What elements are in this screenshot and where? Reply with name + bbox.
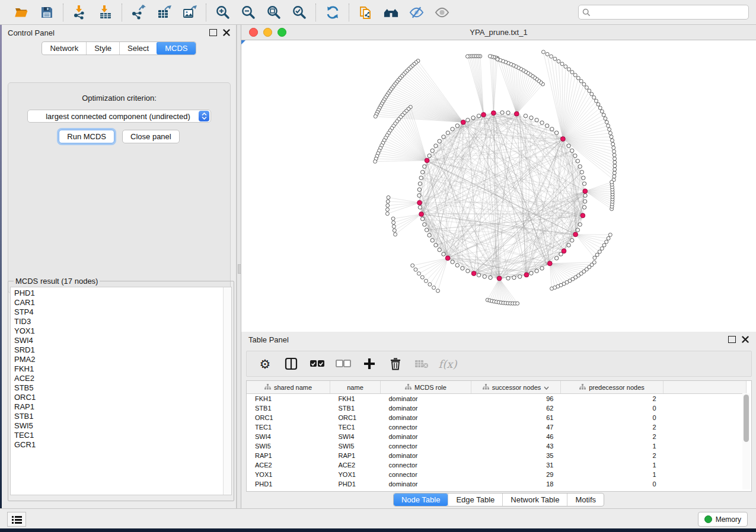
mcds-result-item[interactable]: STB1 — [14, 412, 231, 421]
mcds-result-item[interactable]: STP4 — [14, 307, 231, 317]
network-node[interactable] — [430, 149, 434, 152]
network-node[interactable] — [535, 269, 538, 273]
network-node[interactable] — [428, 154, 431, 158]
network-node[interactable] — [438, 139, 441, 143]
table-row[interactable]: SWI4SWI4dominator462 — [247, 432, 747, 441]
mcds-result-item[interactable]: TID3 — [14, 317, 231, 326]
network-node[interactable] — [579, 79, 583, 83]
export-table-icon[interactable] — [156, 4, 172, 20]
network-node[interactable] — [393, 229, 396, 232]
network-node[interactable] — [466, 118, 470, 121]
table-scrollbar-thumb[interactable] — [744, 395, 749, 442]
network-node[interactable] — [518, 275, 522, 278]
table-row[interactable]: ORC1ORC1dominator610 — [247, 413, 747, 422]
network-node[interactable] — [496, 57, 499, 61]
network-node[interactable] — [451, 260, 454, 264]
network-node[interactable] — [541, 50, 545, 54]
zoom-selected-icon[interactable] — [291, 4, 307, 20]
export-image-icon[interactable] — [181, 4, 197, 20]
table-scrollbar[interactable] — [742, 393, 750, 489]
network-node[interactable] — [611, 139, 614, 142]
network-node[interactable] — [554, 131, 558, 134]
network-node[interactable] — [540, 267, 544, 270]
network-node[interactable] — [428, 233, 431, 237]
mcds-result-item[interactable]: PMA2 — [14, 355, 231, 364]
network-node[interactable] — [529, 116, 533, 120]
network-node[interactable] — [610, 180, 614, 184]
network-node[interactable] — [613, 175, 616, 178]
show-columns-icon[interactable] — [283, 356, 299, 371]
close-panel-button[interactable]: Close panel — [122, 130, 180, 143]
network-node[interactable] — [446, 131, 449, 134]
network-node[interactable] — [385, 212, 389, 216]
network-node[interactable] — [582, 206, 586, 209]
show-hidden-icon[interactable] — [434, 4, 450, 20]
network-node[interactable] — [423, 223, 426, 226]
network-node[interactable] — [417, 272, 420, 275]
export-network-icon[interactable] — [130, 4, 146, 20]
network-node[interactable] — [564, 65, 567, 68]
mcds-result-item[interactable]: YOX1 — [14, 326, 231, 336]
table-row[interactable]: PHD1PHD1dominator180 — [247, 479, 747, 489]
network-node[interactable] — [546, 52, 549, 56]
mcds-hub-node[interactable] — [417, 200, 422, 205]
network-node[interactable] — [506, 276, 510, 280]
network-node[interactable] — [386, 200, 390, 203]
network-node[interactable] — [593, 256, 596, 259]
save-session-icon[interactable] — [39, 4, 55, 20]
network-node[interactable] — [385, 208, 389, 211]
mcds-hub-node[interactable] — [562, 249, 566, 254]
network-node[interactable] — [613, 153, 616, 157]
column-header-shared-name[interactable]: shared name — [247, 381, 330, 394]
binoculars-icon[interactable] — [383, 4, 399, 20]
mcds-list-scrollbar[interactable] — [223, 287, 231, 495]
table-panel-close-icon[interactable] — [742, 336, 749, 343]
select-all-columns-icon[interactable] — [310, 356, 325, 371]
network-node[interactable] — [607, 124, 610, 127]
zoom-in-icon[interactable] — [215, 4, 231, 20]
network-node[interactable] — [613, 161, 617, 164]
control-panel-close-icon[interactable] — [223, 29, 230, 36]
network-node[interactable] — [588, 89, 591, 92]
network-node[interactable] — [590, 92, 594, 96]
mcds-result-item[interactable]: FKH1 — [14, 364, 231, 374]
network-node[interactable] — [573, 154, 577, 158]
tab-style[interactable]: Style — [86, 42, 119, 55]
network-node[interactable] — [516, 302, 519, 305]
network-node[interactable] — [612, 146, 615, 149]
table-row[interactable]: YOX1YOX1connector291 — [247, 470, 747, 479]
network-node[interactable] — [489, 275, 492, 279]
network-node[interactable] — [535, 118, 538, 121]
network-node[interactable] — [392, 225, 395, 228]
mcds-hub-node[interactable] — [573, 232, 578, 237]
import-table-icon[interactable] — [97, 4, 113, 20]
refresh-layout-icon[interactable] — [324, 4, 340, 20]
column-header-name[interactable]: name — [330, 381, 381, 394]
network-node[interactable] — [567, 144, 570, 148]
network-node[interactable] — [442, 252, 445, 256]
zoom-fit-icon[interactable] — [266, 4, 282, 20]
network-node[interactable] — [611, 142, 615, 146]
network-node[interactable] — [573, 73, 577, 77]
network-node[interactable] — [466, 269, 470, 273]
network-node[interactable] — [471, 116, 475, 120]
network-node[interactable] — [550, 55, 553, 58]
network-node[interactable] — [613, 157, 617, 161]
network-node[interactable] — [417, 194, 421, 197]
network-node[interactable] — [583, 200, 586, 203]
network-node[interactable] — [598, 250, 601, 254]
table-row[interactable]: FKH1FKH1dominator962 — [247, 394, 747, 404]
tab-network[interactable]: Network — [42, 42, 86, 55]
mcds-result-item[interactable]: SWI4 — [14, 336, 231, 345]
mcds-hub-node[interactable] — [425, 158, 429, 163]
task-history-button[interactable] — [7, 512, 26, 527]
column-header-successor-nodes[interactable]: successor nodes — [471, 381, 561, 394]
global-search-field[interactable] — [578, 5, 749, 20]
network-node[interactable] — [374, 160, 377, 164]
network-node[interactable] — [604, 117, 607, 120]
network-node[interactable] — [596, 102, 600, 106]
network-node[interactable] — [418, 182, 422, 185]
network-node[interactable] — [613, 150, 616, 153]
network-node[interactable] — [430, 238, 434, 242]
network-node[interactable] — [578, 223, 582, 226]
